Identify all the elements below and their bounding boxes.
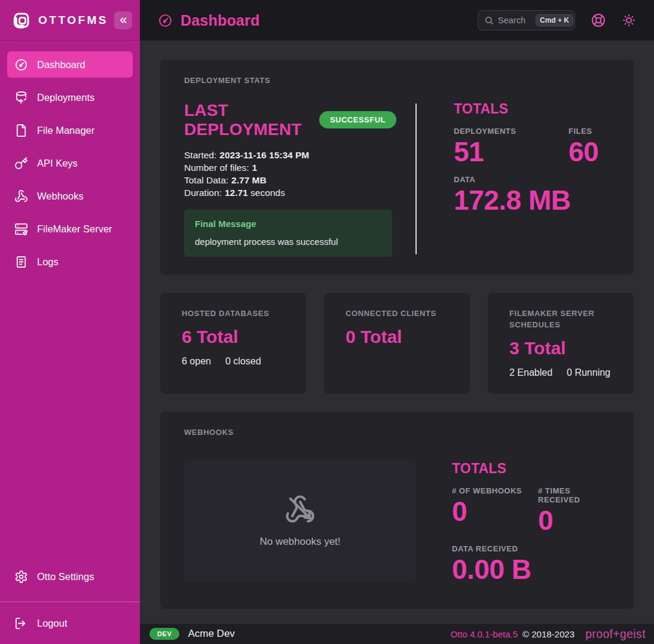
sidebar-collapse-button[interactable] (114, 11, 132, 29)
help-button[interactable] (591, 13, 606, 27)
ottofms-logo-icon (11, 10, 32, 31)
topbar: Dashboard Cmd + K (140, 0, 654, 41)
webhooks-empty-state: No webhooks yet! (184, 461, 416, 581)
dashboard-content: DEPLOYMENT STATS LAST DEPLOYMENT SUCCESS… (140, 41, 654, 624)
copyright-text: © 2018-2023 (522, 629, 574, 639)
sidebar-item-label: FileMaker Server (37, 223, 112, 235)
server-name: Acme Dev (188, 628, 234, 640)
stat-files: FILES 60 (569, 127, 598, 167)
hosted-databases-card: HOSTED DATABASES 6 Total 6 open 0 closed (160, 293, 306, 394)
webhooks-totals-title: TOTALS (452, 461, 610, 477)
version-text: Otto 4.0.1-beta.5 (450, 629, 518, 639)
sidebar-item-dashboard[interactable]: Dashboard (7, 51, 133, 78)
webhook-off-icon (285, 494, 316, 525)
totals-title: TOTALS (454, 101, 598, 117)
last-deployment-panel: LAST DEPLOYMENT SUCCESSFUL Started:2023-… (184, 101, 396, 257)
proof-geist-logo[interactable]: proof+geist (585, 627, 646, 641)
hosted-databases-total: 6 Total (182, 327, 285, 347)
final-message-body: deployment process was successful (195, 237, 381, 247)
deployment-totals-panel: TOTALS DEPLOYMENTS 51 FILES 60 DATA 172. (454, 101, 598, 257)
sidebar-item-logout[interactable]: Logout (0, 602, 140, 644)
deployment-stat-row: Started:2023-11-16 15:34 PM (184, 149, 396, 161)
sidebar-item-label: Logout (37, 618, 67, 629)
chevrons-left-icon (118, 15, 129, 26)
status-badge: SUCCESSFUL (319, 111, 396, 128)
last-deployment-title: LAST DEPLOYMENT (184, 101, 306, 139)
sidebar-item-webhooks[interactable]: Webhooks (7, 183, 133, 209)
sidebar: OTTOFMS Dashboard (0, 0, 140, 644)
main-column: Dashboard Cmd + K (140, 0, 654, 644)
webhooks-empty-message: No webhooks yet! (259, 536, 340, 548)
sidebar-item-label: Deployments (37, 92, 94, 103)
file-icon (14, 124, 28, 137)
stat-deployments: DEPLOYMENTS 51 (454, 127, 569, 167)
webhooks-label: WEBHOOKS (184, 427, 610, 438)
sidebar-item-file-manager[interactable]: File Manager (7, 117, 133, 143)
gauge-icon (158, 13, 173, 28)
database-up-icon (14, 91, 28, 105)
sidebar-item-label: API Keys (37, 158, 78, 169)
environment-badge: DEV (149, 628, 179, 640)
stat-data: DATA 172.8 MB (454, 175, 598, 216)
stat-data-received: DATA RECEIVED 0.00 B (452, 544, 610, 585)
sidebar-item-logs[interactable]: Logs (7, 249, 133, 275)
databases-closed-count: 0 closed (225, 356, 261, 367)
sidebar-item-label: Logs (37, 256, 59, 268)
theme-toggle-button[interactable] (622, 13, 636, 27)
stat-webhook-count: # OF WEBHOOKS 0 (452, 486, 538, 536)
logout-icon (14, 617, 28, 630)
webhooks-totals-panel: TOTALS # OF WEBHOOKS 0 # TIMES RECEIVED … (416, 461, 610, 584)
page-title: Dashboard (158, 12, 259, 29)
footer: DEV Acme Dev Otto 4.0.1-beta.5 © 2018-20… (140, 624, 654, 644)
footer-right: Otto 4.0.1-beta.5 © 2018-2023 proof+geis… (450, 627, 646, 641)
deployment-stats-body: LAST DEPLOYMENT SUCCESSFUL Started:2023-… (184, 101, 610, 257)
sidebar-item-label: File Manager (37, 125, 94, 136)
deployment-stats-card: DEPLOYMENT STATS LAST DEPLOYMENT SUCCESS… (160, 60, 634, 275)
sidebar-item-api-keys[interactable]: API Keys (7, 150, 133, 176)
vertical-divider (415, 103, 417, 254)
connected-clients-card: CONNECTED CLIENTS 0 Total (324, 293, 470, 394)
final-message-panel: Final Message deployment process was suc… (184, 210, 392, 257)
schedules-running-count: 0 Running (567, 367, 610, 378)
webhooks-card: WEBHOOKS No webhooks yet! (160, 412, 634, 609)
databases-open-count: 6 open (182, 356, 211, 367)
topbar-actions: Cmd + K (478, 10, 636, 30)
file-text-icon (14, 255, 28, 269)
gauge-icon (14, 58, 28, 72)
page-title-text: Dashboard (181, 12, 259, 29)
search-box[interactable]: Cmd + K (478, 10, 575, 30)
sidebar-item-deployments[interactable]: Deployments (7, 84, 133, 111)
gear-icon (14, 570, 28, 584)
search-icon (484, 16, 494, 25)
sidebar-item-otto-settings[interactable]: Otto Settings (7, 563, 133, 590)
stat-times-received: # TIMES RECEIVED 0 (538, 486, 610, 536)
sidebar-nav: Dashboard Deployments File (0, 41, 140, 275)
sidebar-item-filemaker-server[interactable]: FileMaker Server (7, 216, 133, 242)
deployment-stat-row: Duration:12.71 seconds (184, 186, 396, 199)
deployment-stats-label: DEPLOYMENT STATS (184, 75, 610, 87)
connected-clients-total: 0 Total (346, 327, 448, 347)
search-shortcut-badge: Cmd + K (536, 14, 573, 26)
deployment-stat-row: Total Data:2.77 MB (184, 174, 396, 186)
summary-cards-row: HOSTED DATABASES 6 Total 6 open 0 closed… (160, 293, 634, 394)
server-gear-icon (14, 222, 28, 236)
fms-schedules-card: FILEMAKER SERVER SCHEDULES 3 Total 2 Ena… (488, 293, 634, 394)
webhook-icon (14, 189, 28, 203)
final-message-title: Final Message (195, 219, 381, 229)
schedules-enabled-count: 2 Enabled (509, 367, 552, 378)
life-buoy-icon (591, 13, 606, 27)
sidebar-item-label: Dashboard (37, 59, 85, 70)
sidebar-item-label: Otto Settings (37, 571, 94, 582)
brand-name: OTTOFMS (38, 14, 108, 27)
sidebar-header: OTTOFMS (0, 0, 140, 41)
sidebar-bottom: Otto Settings Logout (0, 563, 140, 644)
deployment-stat-row: Number of files:1 (184, 161, 396, 174)
last-deployment-details: Started:2023-11-16 15:34 PM Number of fi… (184, 149, 396, 199)
schedules-total: 3 Total (509, 338, 612, 358)
key-icon (14, 157, 28, 170)
sidebar-item-label: Webhooks (37, 191, 84, 202)
search-input[interactable] (498, 16, 531, 25)
sun-icon (622, 13, 636, 27)
